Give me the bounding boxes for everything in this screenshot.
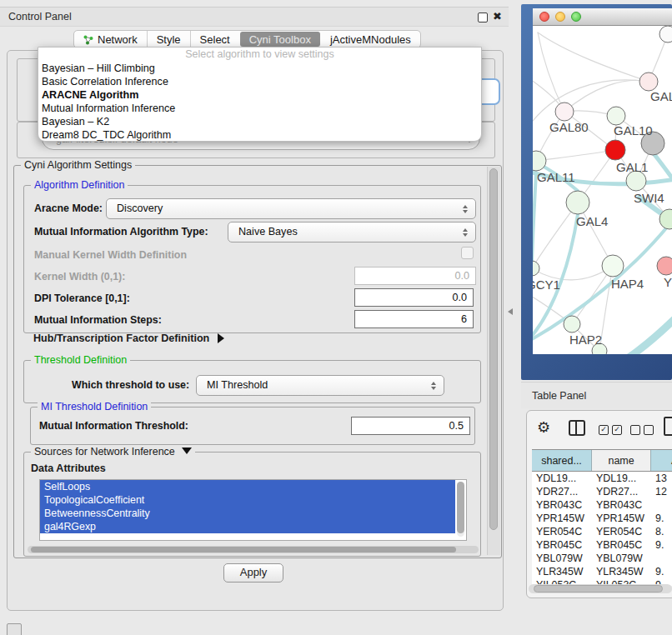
network-node-gal80[interactable] bbox=[555, 102, 574, 121]
manual-kernel-label: Manual Kernel Width Definition bbox=[34, 249, 187, 261]
which-threshold-combo[interactable]: MI Threshold bbox=[196, 375, 444, 396]
table-cell: 13 bbox=[651, 472, 672, 485]
dropdown-item-basic-correlation-inference[interactable]: Basic Correlation Inference bbox=[38, 75, 481, 88]
node-label: GAL80 bbox=[549, 120, 589, 134]
tab-network[interactable]: Network bbox=[74, 31, 147, 48]
deselect-all-columns-icon[interactable] bbox=[630, 425, 654, 435]
dropdown-placeholder: Select algorithm to view settings bbox=[38, 48, 481, 62]
minimize-window-icon[interactable] bbox=[555, 12, 565, 22]
scrollbar-thumb[interactable] bbox=[534, 585, 663, 592]
tab-style[interactable]: Style bbox=[147, 31, 190, 48]
network-icon bbox=[83, 34, 93, 45]
column-header-name[interactable]: name bbox=[592, 450, 651, 471]
dropdown-item-aracne-algorithm[interactable]: ARACNE Algorithm bbox=[38, 88, 481, 102]
apply-button[interactable]: Apply bbox=[223, 563, 283, 582]
table-cell: YBR045C bbox=[592, 538, 651, 552]
algorithm-definition-title: Algorithm Definition bbox=[31, 179, 128, 191]
expand-arrow-icon[interactable] bbox=[218, 333, 224, 343]
hub-transcription-factor-section[interactable]: Hub/Transcription Factor Definition bbox=[33, 332, 224, 344]
table-row[interactable]: YLR345WYLR345W9. bbox=[532, 565, 672, 578]
data-attributes-list[interactable]: SelfLoopsTopologicalCoefficientBetweenne… bbox=[39, 479, 467, 541]
export-table-icon[interactable] bbox=[664, 417, 672, 436]
node-label: GAL11 bbox=[537, 170, 575, 184]
network-node-hap2[interactable] bbox=[564, 316, 580, 332]
mi-algorithm-type-combo[interactable]: Naive Bayes bbox=[228, 222, 476, 242]
table-row[interactable]: YBL079WYBL079W bbox=[532, 552, 672, 565]
table-cell: YBL079W bbox=[592, 552, 651, 565]
zoom-window-icon[interactable] bbox=[571, 12, 581, 22]
scrollbar-thumb[interactable] bbox=[489, 168, 498, 530]
node-label: GAL10 bbox=[614, 123, 653, 138]
kernel-width-input[interactable]: 0.0 bbox=[354, 267, 476, 285]
network-node-gal1[interactable] bbox=[605, 140, 625, 160]
table-cell bbox=[651, 498, 672, 512]
node-label: HAP4 bbox=[611, 277, 644, 291]
aracne-mode-combo[interactable]: Discovery bbox=[106, 198, 476, 219]
mi-threshold-input[interactable]: 0.5 bbox=[351, 417, 470, 435]
close-window-icon[interactable] bbox=[539, 12, 549, 22]
network-node[interactable] bbox=[659, 26, 672, 42]
table-row[interactable]: YPR145WYPR145W9. bbox=[532, 512, 672, 525]
splitter-handle-icon[interactable] bbox=[508, 308, 513, 315]
dropdown-item-bayesian-hill-climbing[interactable]: Bayesian – Hill Climbing bbox=[38, 62, 481, 75]
table-cell: 12 bbox=[651, 485, 672, 498]
app-root: Control Panel ✖ NetworkStyleSelectCyni T… bbox=[0, 0, 672, 635]
float-window-icon[interactable] bbox=[478, 12, 488, 22]
network-window-titlebar[interactable] bbox=[533, 8, 672, 26]
network-node-gal10[interactable] bbox=[607, 107, 625, 125]
scrollbar-thumb[interactable] bbox=[457, 482, 464, 533]
network-canvas[interactable]: GALGAL80GAL10GAL1GAL11SWI4GAL4GCY1HAP4YH… bbox=[533, 26, 672, 354]
dpi-tolerance-input[interactable]: 0.0 bbox=[354, 288, 474, 307]
dropdown-item-dream8-dc-tdc-algorithm[interactable]: Dream8 DC_TDC Algorithm bbox=[38, 128, 481, 142]
table-cell bbox=[651, 552, 672, 565]
list-vertical-scrollbar[interactable] bbox=[457, 482, 464, 537]
network-node-gal[interactable] bbox=[639, 72, 658, 91]
table-horizontal-scrollbar[interactable] bbox=[529, 584, 672, 593]
tab-select[interactable]: Select bbox=[190, 31, 239, 48]
threshold-definition-group: Threshold Definition Which threshold to … bbox=[23, 360, 481, 403]
attribute-item-selfloops[interactable]: SelfLoops bbox=[40, 480, 455, 493]
tab-jactivemnodules[interactable]: jActiveMNodules bbox=[321, 31, 420, 48]
mi-steps-input[interactable]: 6 bbox=[354, 310, 474, 328]
list-horizontal-scrollbar[interactable] bbox=[28, 546, 479, 553]
sources-group-title[interactable]: Sources for Network Inference bbox=[31, 446, 195, 458]
dropdown-item-bayesian-k2[interactable]: Bayesian – K2 bbox=[38, 115, 481, 128]
table-cell: 9. bbox=[651, 538, 672, 552]
network-node-y[interactable] bbox=[657, 257, 672, 275]
control-panel-titlebar: Control Panel ✖ bbox=[0, 7, 509, 27]
mi-type-value: Naive Bayes bbox=[238, 226, 298, 238]
mi-threshold-definition-group: MI Threshold Definition Mutual Informati… bbox=[30, 407, 475, 445]
dropdown-item-mutual-information-inference[interactable]: Mutual Information Inference bbox=[38, 102, 481, 115]
docked-panel-icon[interactable] bbox=[7, 623, 22, 635]
table-cell: YDR27... bbox=[592, 485, 651, 498]
table-row[interactable]: YER054CYER054C8. bbox=[532, 525, 672, 538]
network-node-gcy1[interactable] bbox=[533, 261, 539, 276]
settings-group-title: Cyni Algorithm Settings bbox=[21, 159, 135, 171]
gear-icon[interactable]: ⚙ bbox=[537, 418, 550, 437]
scrollbar-thumb[interactable] bbox=[31, 547, 456, 552]
column-header-a[interactable]: A bbox=[651, 450, 672, 471]
table-row[interactable]: YBR045CYBR045C9. bbox=[532, 538, 672, 552]
close-panel-icon[interactable]: ✖ bbox=[493, 10, 502, 22]
collapse-arrow-icon[interactable] bbox=[182, 448, 192, 454]
select-all-columns-icon[interactable]: ✓✓ bbox=[599, 425, 622, 435]
columns-icon[interactable] bbox=[569, 420, 585, 436]
tab-cyni-toolbox[interactable]: Cyni Toolbox bbox=[240, 32, 320, 47]
network-node-gal4[interactable] bbox=[566, 191, 589, 214]
table-row[interactable]: YDL19...YDL19...13 bbox=[532, 472, 672, 485]
column-header-shared[interactable]: shared... bbox=[532, 450, 592, 471]
attribute-item-betweennesscentrality[interactable]: BetweennessCentrality bbox=[40, 507, 455, 520]
network-node-hap4[interactable] bbox=[602, 255, 624, 277]
table-row[interactable]: YBR043CYBR043C bbox=[532, 498, 672, 512]
mi-steps-label: Mutual Information Steps: bbox=[34, 314, 162, 326]
algorithm-dropdown-popup: Select algorithm to view settings Bayesi… bbox=[38, 47, 482, 142]
table-row[interactable]: YDR27...YDR27...12 bbox=[532, 485, 672, 498]
manual-kernel-checkbox[interactable] bbox=[461, 247, 474, 259]
table-cell: 9. bbox=[651, 565, 672, 578]
dropdown-item-list: Bayesian – Hill ClimbingBasic Correlatio… bbox=[38, 62, 481, 142]
table-cell: YDL19... bbox=[592, 472, 651, 485]
table-cell: YBR043C bbox=[532, 498, 592, 512]
attribute-item-topologicalcoefficient[interactable]: TopologicalCoefficient bbox=[40, 493, 455, 507]
attribute-item-gal4rgexp[interactable]: gal4RGexp bbox=[40, 520, 455, 533]
settings-vertical-scrollbar[interactable] bbox=[487, 167, 500, 555]
